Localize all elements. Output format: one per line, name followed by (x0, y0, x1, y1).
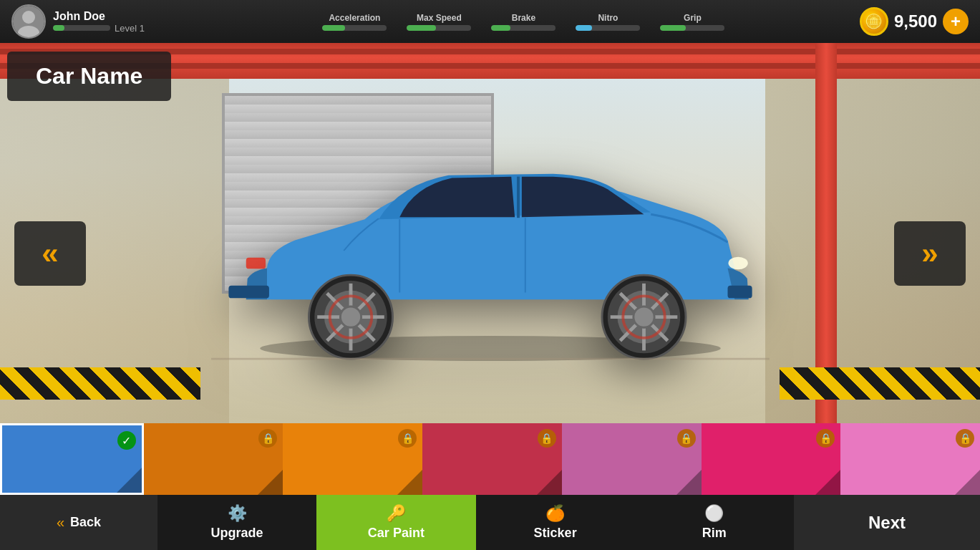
stat-bar-maxspeed (407, 25, 471, 31)
stat-label-acceleration: Acceleration (329, 13, 380, 23)
upgrade-button[interactable]: ⚙️ Upgrade (157, 495, 316, 550)
svg-rect-5 (728, 286, 752, 299)
player-name: John Doe (53, 10, 145, 23)
coin-icon: 🪙 (860, 7, 888, 36)
rim-button[interactable]: ⚪ Rim (635, 495, 794, 550)
swatch-light-pink[interactable]: 🔒 (840, 423, 980, 495)
car-paint-label: Car Paint (368, 526, 424, 541)
stat-maxspeed: Max Speed (407, 13, 471, 31)
stat-bar-grip (660, 25, 724, 31)
upgrade-icon: ⚙️ (228, 504, 247, 523)
back-arrow-icon: « (57, 514, 64, 531)
swatch-crimson[interactable]: 🔒 (422, 423, 562, 495)
next-car-button[interactable]: » (894, 221, 966, 286)
stat-label-grip: Grip (684, 13, 702, 23)
swatch-hot-pink[interactable]: 🔒 (702, 423, 841, 495)
swatch-lock-icon: 🔒 (956, 429, 974, 448)
prev-car-button[interactable]: « (14, 221, 86, 286)
sticker-button[interactable]: 🍊 Sticker (476, 495, 635, 550)
bottom-toolbar: « Back ⚙️ Upgrade 🔑 Car Paint 🍊 Sticker … (0, 495, 980, 550)
stat-bar-nitro (576, 25, 640, 31)
stat-acceleration: Acceleration (322, 13, 387, 31)
swatch-orange[interactable]: 🔒 (144, 423, 283, 495)
car-display (107, 86, 873, 415)
level-bar (53, 25, 110, 31)
stat-fill-brake (491, 25, 510, 31)
sticker-icon: 🍊 (545, 504, 565, 523)
next-label: Next (868, 513, 906, 533)
swatch-mauve[interactable]: 🔒 (562, 423, 702, 495)
coin-amount: 9,500 (894, 11, 937, 32)
stat-label-maxspeed: Max Speed (417, 13, 462, 23)
svg-point-7 (728, 257, 747, 270)
svg-point-16 (634, 307, 654, 327)
car-svg (211, 139, 770, 362)
avatar (11, 4, 46, 39)
stat-label-brake: Brake (512, 13, 535, 23)
rim-label: Rim (702, 526, 727, 541)
stat-bar-brake (491, 25, 556, 31)
stat-fill-grip (660, 25, 686, 31)
swatch-blue[interactable]: ✓ (0, 423, 144, 495)
swatch-selected-icon: ✓ (117, 431, 136, 450)
stat-fill-nitro (576, 25, 592, 31)
stat-label-nitro: Nitro (598, 13, 618, 23)
level-row: Level 1 (53, 23, 145, 34)
swatch-lock-icon: 🔒 (816, 429, 835, 448)
car-paint-button[interactable]: 🔑 Car Paint (316, 495, 475, 550)
right-arrow-icon: » (921, 236, 938, 271)
sticker-label: Sticker (534, 526, 577, 541)
stat-grip: Grip (660, 13, 724, 31)
player-info: John Doe Level 1 (53, 10, 145, 34)
car-name-text: Car Name (36, 63, 142, 89)
level-label: Level 1 (115, 23, 145, 34)
stats-section: Acceleration Max Speed Brake Nitro Grip (188, 13, 860, 31)
next-button[interactable]: Next (794, 495, 980, 550)
stat-bar-acceleration (322, 25, 387, 31)
swatch-light-orange[interactable]: 🔒 (283, 423, 422, 495)
stat-brake: Brake (491, 13, 556, 31)
header: John Doe Level 1 Acceleration Max Speed … (0, 0, 980, 43)
svg-rect-6 (228, 286, 269, 299)
svg-point-1 (22, 11, 35, 24)
left-arrow-icon: « (42, 236, 58, 271)
swatch-lock-icon: 🔒 (258, 429, 277, 448)
stat-fill-maxspeed (407, 25, 436, 31)
svg-rect-8 (246, 258, 266, 269)
back-button[interactable]: « Back (0, 495, 157, 550)
svg-point-25 (340, 307, 361, 327)
car-paint-icon: 🔑 (387, 504, 406, 523)
swatch-lock-icon: 🔒 (538, 429, 556, 448)
stat-nitro: Nitro (576, 13, 640, 31)
color-swatches-panel: ✓ 🔒 🔒 🔒 🔒 🔒 🔒 (0, 423, 980, 495)
upgrade-label: Upgrade (211, 526, 263, 541)
level-bar-fill (53, 25, 64, 31)
swatch-lock-icon: 🔒 (398, 429, 417, 448)
stat-fill-acceleration (322, 25, 345, 31)
car-name-label: Car Name (7, 52, 171, 101)
back-label: Back (70, 515, 101, 530)
coins-section: 🪙 9,500 + (860, 7, 969, 36)
add-coins-button[interactable]: + (943, 9, 969, 34)
rim-icon: ⚪ (704, 504, 724, 523)
swatch-lock-icon: 🔒 (677, 429, 696, 448)
